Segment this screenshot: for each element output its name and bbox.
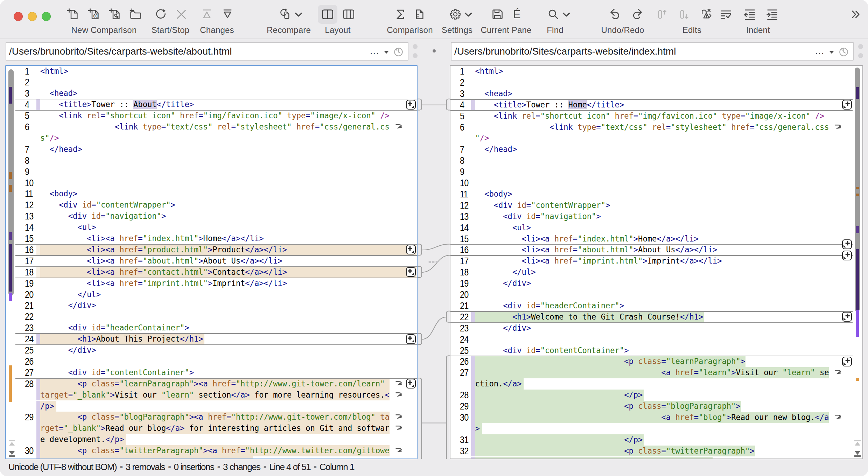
code-line: /p> xyxy=(40,401,54,412)
line-number: 2 xyxy=(460,77,464,88)
code-line: <div id="contentContainer"> xyxy=(40,367,194,378)
line-number: 25 xyxy=(25,345,34,356)
list-check-icon[interactable] xyxy=(719,8,733,21)
code-line: <a href="learn">Visit our "learn" se xyxy=(475,367,829,378)
code-line: <li><a href="about.html">About Us</a></l… xyxy=(40,255,282,267)
doc-image-icon[interactable] xyxy=(108,8,122,21)
recompare-icon[interactable] xyxy=(279,8,292,21)
chevrons-right-icon[interactable] xyxy=(849,8,863,21)
line-wrap-icon xyxy=(395,447,404,455)
chevron-down-icon[interactable] xyxy=(292,8,305,21)
gear-icon[interactable] xyxy=(449,8,462,21)
copy-change-button[interactable] xyxy=(842,357,852,366)
line-wrap-icon xyxy=(834,369,843,377)
history-clock-icon[interactable] xyxy=(838,46,849,57)
code-line: <p class="learnParagraph"><a href="http:… xyxy=(40,378,390,390)
overview-change-mark xyxy=(9,244,12,292)
right-file-path-bar[interactable]: /Users/brunobrito/Sites/carparts-website… xyxy=(451,42,854,61)
change-marker xyxy=(36,390,41,401)
start-icon[interactable] xyxy=(154,8,168,21)
prev-change-icon[interactable] xyxy=(200,8,214,21)
file-path-text: /Users/brunobrito/Sites/carparts-website… xyxy=(454,43,676,60)
copy-change-button[interactable] xyxy=(406,379,416,388)
close-button[interactable] xyxy=(14,12,23,21)
code-line: </ul> xyxy=(475,267,536,278)
left-file-path-bar[interactable]: /Users/brunobrito/Sites/carparts-website… xyxy=(6,42,408,61)
line-number: 24 xyxy=(460,334,469,345)
stop-x-icon[interactable] xyxy=(175,8,188,21)
copy-change-button[interactable] xyxy=(406,334,416,344)
path-dropdown-icon[interactable] xyxy=(828,48,835,56)
cursor-down-icon[interactable] xyxy=(678,8,691,21)
overview-change-mark xyxy=(856,249,859,310)
doc-warning-icon[interactable] xyxy=(699,8,712,21)
connector-line xyxy=(447,99,450,110)
line-wrap-icon xyxy=(395,380,404,388)
path-options-ellipsis[interactable]: ... xyxy=(809,43,830,59)
code-line: <p class="learnParagraph"> xyxy=(475,356,746,367)
change-marker xyxy=(471,401,475,412)
change-border-line xyxy=(15,255,418,256)
cursor-up-icon[interactable] xyxy=(656,8,669,21)
redo-icon[interactable] xyxy=(630,8,643,21)
minimize-button[interactable] xyxy=(28,12,37,21)
code-line: s"/> xyxy=(40,133,59,144)
doc-plus-icon[interactable] xyxy=(66,8,80,21)
code-line: <body> xyxy=(40,188,77,200)
jump-last-change-button[interactable] xyxy=(8,450,15,457)
chevron-down-icon[interactable] xyxy=(462,8,475,21)
line-number: 7 xyxy=(25,144,29,155)
line-number: 1 xyxy=(460,66,464,77)
zoom-button[interactable] xyxy=(42,12,51,21)
change-marker xyxy=(36,434,41,445)
sigma-icon[interactable] xyxy=(394,8,407,21)
line-number: 30 xyxy=(460,412,469,423)
change-marker xyxy=(471,446,475,457)
left-pane[interactable]: 1<html>23 <head>4 <title>Tower :: About<… xyxy=(5,65,418,459)
jump-first-change-button[interactable] xyxy=(854,440,861,447)
layout-two-pane-icon[interactable] xyxy=(321,8,334,21)
chevron-down-icon[interactable] xyxy=(560,8,573,21)
right-pane[interactable]: 1<html>23 <head>4 <title>Tower :: Home</… xyxy=(450,65,863,459)
save-icon[interactable] xyxy=(491,8,504,21)
change-border-line xyxy=(15,333,418,334)
jump-last-change-button[interactable] xyxy=(854,450,861,457)
path-dropdown-icon[interactable] xyxy=(383,48,390,56)
overview-change-mark xyxy=(9,172,12,179)
copy-change-button[interactable] xyxy=(406,267,416,277)
code-line: <li><a href="product.html">Product</a></… xyxy=(40,244,287,255)
change-marker xyxy=(36,334,41,345)
encoding-icon[interactable]: É xyxy=(510,8,523,21)
copy-change-button[interactable] xyxy=(842,251,852,260)
code-line: <div id="headerContainer"> xyxy=(40,322,189,334)
outdent-icon[interactable] xyxy=(743,8,756,21)
search-icon[interactable] xyxy=(547,8,560,21)
copy-change-button[interactable] xyxy=(406,245,416,254)
collapsed-ellipsis-dot xyxy=(435,261,438,263)
indent-icon[interactable] xyxy=(765,8,779,21)
toolbar-group-label: Edits xyxy=(682,25,701,35)
code-line: <h1>About This Project</h1> xyxy=(40,334,203,345)
line-number: 29 xyxy=(460,401,469,412)
jump-first-change-button[interactable] xyxy=(8,440,15,447)
added-line-highlight xyxy=(475,457,713,460)
line-number: 24 xyxy=(25,334,34,345)
undo-icon[interactable] xyxy=(609,8,622,21)
copy-change-button[interactable] xyxy=(842,239,852,249)
line-number: 28 xyxy=(25,378,34,390)
copy-change-button[interactable] xyxy=(842,100,852,110)
collapsed-ellipsis-dot xyxy=(428,261,431,263)
copy-change-button[interactable] xyxy=(842,312,852,322)
copy-change-button[interactable] xyxy=(406,100,416,110)
doc-text-icon[interactable]: 01 xyxy=(88,8,101,21)
layout-three-pane-icon[interactable] xyxy=(342,8,355,21)
change-marker xyxy=(36,401,41,412)
next-change-icon[interactable] xyxy=(221,8,234,21)
code-line: <body> xyxy=(475,189,512,200)
history-clock-icon[interactable] xyxy=(393,46,404,57)
doc-dots-icon[interactable] xyxy=(413,8,426,21)
path-options-ellipsis[interactable]: ... xyxy=(364,43,385,59)
folder-plus-icon[interactable] xyxy=(128,8,142,21)
code-line: e development.</p> xyxy=(40,434,124,445)
code-line: <div id="contentWrapper"> xyxy=(40,200,175,211)
